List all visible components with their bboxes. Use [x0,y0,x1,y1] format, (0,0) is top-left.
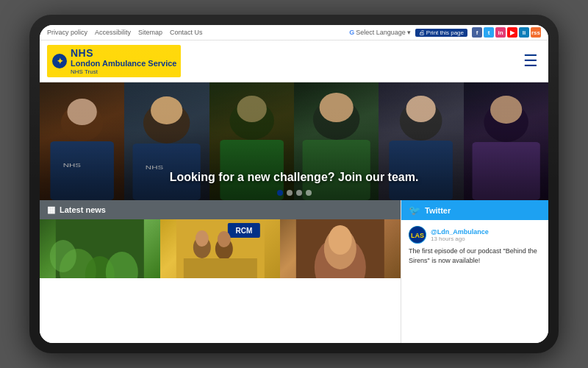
news-image-2: RCM [160,219,281,278]
translate-label: Select Language [356,29,406,36]
dot-1[interactable] [277,190,283,196]
facebook-icon[interactable]: f [472,27,482,38]
nhs-label: NHS [71,47,176,59]
tweet-user: LAS @Ldn_Ambulance 13 hours ago [409,226,541,244]
svg-text:RCM: RCM [235,227,252,235]
hero-dots [40,190,548,196]
avatar-inner: LAS [409,226,426,244]
hero-banner: NHS NHS [40,82,548,200]
tweet-text: The first episode of our podcast "Behind… [409,247,541,265]
svg-rect-34 [184,258,257,278]
news-thumb-2[interactable]: RCM [160,219,281,343]
linkedin-icon[interactable]: li [519,27,529,38]
svg-text:✦: ✦ [57,57,63,66]
twitter-title: Twitter [425,206,451,215]
las-crest-icon: ✦ [51,53,68,69]
print-label: Print this page [426,29,464,36]
ldn-ambulance-logo: LAS [409,226,426,244]
tweet-avatar: LAS [409,226,426,244]
svg-point-38 [329,225,352,255]
privacy-link[interactable]: Privacy policy [47,29,87,36]
news-thumbnails: RCM [40,219,401,343]
dot-3[interactable] [296,190,302,196]
print-button[interactable]: 🖨 Print this page [415,29,467,37]
instagram-icon[interactable]: in [495,27,506,38]
svg-text:NHS: NHS [63,162,82,169]
news-img-svg-1 [40,219,160,278]
twitter-bird-icon: 🐦 [409,205,420,216]
site-header: ✦ NHS London Ambulance Service NHS Trust… [40,40,548,82]
news-icon: ▦ [47,205,55,215]
tweet-meta: @Ldn_Ambulance 13 hours ago [431,228,489,242]
org-sub: NHS Trust [71,68,176,75]
news-img-svg-3 [280,219,401,278]
svg-point-3 [67,99,96,125]
google-translate[interactable]: G Select Language ▾ [349,29,411,36]
org-name: London Ambulance Service [71,59,176,68]
tablet-frame: Privacy policy Accessibility Sitemap Con… [29,15,559,353]
youtube-icon[interactable]: ▶ [507,27,517,38]
chevron-down-icon: ▾ [407,29,411,36]
util-right: G Select Language ▾ 🖨 Print this page f … [349,27,541,38]
social-icons: f t in ▶ li rss [472,27,541,38]
twitter-header: 🐦 Twitter [401,200,548,220]
news-thumb-3[interactable] [280,219,401,343]
svg-text:NHS: NHS [146,164,164,171]
logo-area: ✦ NHS London Ambulance Service NHS Trust [47,45,181,77]
svg-point-17 [406,96,436,122]
hamburger-menu[interactable]: ☰ [520,49,541,74]
tweet-content: LAS @Ldn_Ambulance 13 hours ago The firs… [401,220,548,271]
news-thumb-1[interactable] [40,219,160,343]
hero-caption: Looking for a new challenge? Join our te… [40,171,548,184]
google-icon: G [349,29,354,36]
printer-icon: 🖨 [419,29,425,36]
news-img-svg-2: RCM [160,219,281,278]
dot-2[interactable] [287,190,293,196]
org-text: NHS London Ambulance Service NHS Trust [71,47,176,75]
news-panel: ▦ Latest news [40,200,401,343]
svg-point-14 [320,93,354,122]
accessibility-link[interactable]: Accessibility [95,29,131,36]
rss-icon[interactable]: rss [531,27,541,38]
svg-text:LAS: LAS [411,232,424,239]
nhs-logo-box: ✦ NHS London Ambulance Service NHS Trust [47,45,181,77]
screen: Privacy policy Accessibility Sitemap Con… [40,25,548,343]
svg-point-7 [151,96,182,124]
contact-link[interactable]: Contact Us [170,29,203,36]
twitter-icon[interactable]: t [484,27,494,38]
util-links: Privacy policy Accessibility Sitemap Con… [47,29,203,36]
news-image-1 [40,219,160,278]
tweet-handle[interactable]: @Ldn_Ambulance [431,228,489,236]
dot-4[interactable] [306,190,312,196]
svg-point-20 [490,96,522,124]
tweet-time: 13 hours ago [431,236,489,242]
news-image-3 [280,219,401,278]
bottom-content: ▦ Latest news [40,200,548,343]
svg-point-33 [218,231,231,247]
svg-point-31 [196,230,209,247]
sitemap-link[interactable]: Sitemap [138,29,162,36]
twitter-panel: 🐦 Twitter LAS [401,200,548,343]
utility-bar: Privacy policy Accessibility Sitemap Con… [40,25,548,40]
svg-point-26 [50,240,76,272]
news-header: ▦ Latest news [40,200,401,219]
news-title: Latest news [60,205,106,214]
